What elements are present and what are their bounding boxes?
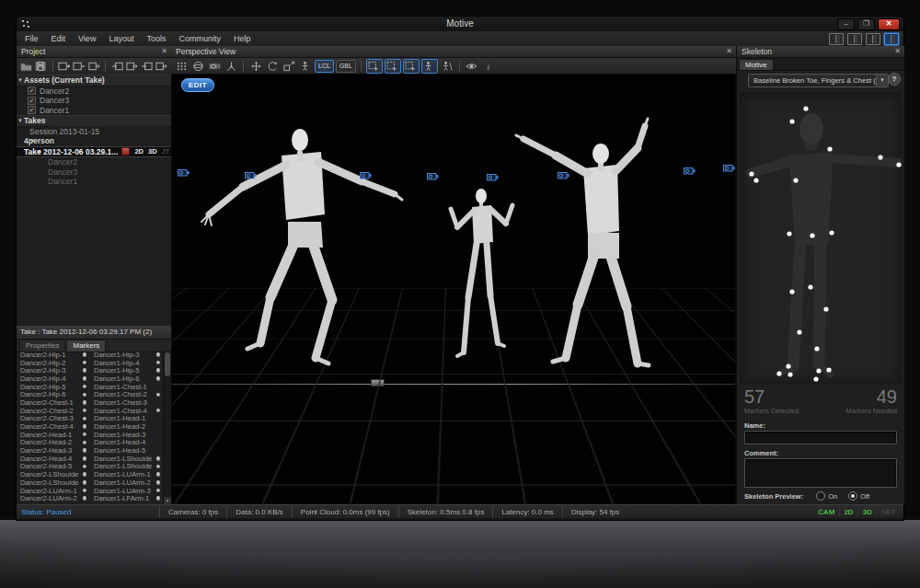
layout-perspective-view-icon[interactable] (884, 33, 899, 45)
marker-row[interactable]: Dancer2-LUArm-1Dancer1-LUArm-3 (17, 487, 164, 495)
close-button[interactable]: ✕ (878, 18, 900, 30)
marker-row[interactable]: Dancer2-Head-4Dancer1-LShoulde... (17, 455, 164, 463)
layout-camera-view-icon[interactable] (829, 33, 844, 45)
asset-item[interactable]: ✓Dancer2 (17, 86, 171, 97)
skeleton-template-dropdown[interactable]: Baseline Broken Toe, Fingers & Chest (49… (748, 74, 889, 87)
save-icon[interactable] (34, 60, 47, 73)
open-folder-icon[interactable] (19, 60, 32, 73)
tree-takes-header[interactable]: ▼Takes (17, 115, 171, 127)
tree-expand-icon[interactable]: ▼ (17, 75, 24, 86)
tree-assets-header[interactable]: ▼Assets (Current Take) (17, 75, 171, 86)
export-assets-icon[interactable] (125, 60, 138, 73)
mode-3d[interactable]: 3D (859, 508, 876, 516)
marker-row[interactable]: Dancer2-Hip-1Dancer1-Hip-3 (17, 351, 164, 359)
take-child-item[interactable]: Dancer1 (17, 177, 171, 187)
sphere-view-icon[interactable] (190, 60, 205, 73)
marker-row[interactable]: Dancer2-Hip-2Dancer1-Hip-4 (17, 359, 164, 367)
menu-tools[interactable]: Tools (140, 31, 172, 46)
camera-view-icon[interactable] (207, 60, 222, 73)
marker-row[interactable]: Dancer2-Chest-1Dancer1-Chest-3 (17, 398, 164, 407)
edit-button[interactable]: EDIT (181, 78, 214, 92)
menu-layout[interactable]: Layout (102, 31, 140, 46)
asset-item[interactable]: ✓Dancer1 (17, 106, 171, 116)
select-skeleton-icon[interactable] (298, 60, 313, 73)
selected-take-item[interactable]: ▼Take 2012-12-06 03.29.1...2D3DJT (17, 146, 171, 158)
marker-row[interactable]: Dancer2-Head-2Dancer1-Head-4 (17, 439, 164, 447)
take-child-item[interactable]: Dancer2 (17, 157, 171, 167)
camera-marker-icon[interactable] (245, 167, 257, 175)
checkbox-icon[interactable]: ✓ (28, 97, 36, 105)
select-add-mode-icon[interactable] (385, 59, 401, 74)
deselect-mode-icon[interactable] (440, 60, 454, 73)
take-child-item[interactable]: Dancer3 (17, 167, 171, 178)
minimize-button[interactable]: – (837, 18, 855, 30)
session-item[interactable]: Session 2013-01-15 (17, 127, 171, 137)
skeleton-close-icon[interactable]: ✕ (894, 46, 901, 57)
gbl-button[interactable]: GBL (336, 60, 356, 73)
menu-file[interactable]: File (18, 31, 45, 46)
scrollbar-thumb[interactable] (165, 352, 170, 376)
name-input[interactable] (744, 431, 897, 444)
marker-row[interactable]: Dancer2-Hip-3Dancer1-Hip-5 (17, 366, 164, 375)
marker-row[interactable]: Dancer2-LShoulde...Dancer1-LUArm-1 (17, 470, 164, 478)
checkbox-icon[interactable]: ✓ (28, 86, 36, 95)
lcl-button[interactable]: LCL (315, 60, 334, 73)
marker-row[interactable]: Dancer2-Chest-3Dancer1-Head-1 (17, 415, 164, 423)
select-mode-icon[interactable] (366, 59, 383, 74)
marker-row[interactable]: Dancer2-Hip-5Dancer1-Chest-1 (17, 383, 164, 391)
take-group-item[interactable]: ▼4person (17, 136, 171, 146)
marker-row[interactable]: Dancer2-Head-3Dancer1-Head-5 (17, 446, 164, 455)
tree-expand-icon[interactable]: ▼ (17, 116, 24, 126)
status-paused[interactable]: Status: Paused (17, 508, 159, 516)
chevron-down-icon[interactable]: ▼ (876, 75, 888, 86)
viewport-3d[interactable]: EDIT (171, 74, 736, 504)
checkbox-icon[interactable]: ✓ (28, 106, 36, 114)
layout-mixed-view-icon[interactable] (866, 33, 880, 45)
menu-help[interactable]: Help (227, 31, 258, 46)
translate-tool-icon[interactable] (248, 60, 263, 73)
project-close-icon[interactable]: ✕ (161, 46, 167, 57)
export-profile-icon[interactable] (155, 60, 168, 73)
camera-marker-icon[interactable] (723, 159, 735, 167)
comment-input[interactable] (744, 458, 897, 488)
layout-split-view-icon[interactable] (847, 33, 862, 45)
camera-marker-icon[interactable] (487, 168, 499, 177)
visibility-icon[interactable] (465, 60, 479, 73)
menu-edit[interactable]: Edit (45, 31, 73, 46)
radio-on[interactable] (816, 491, 825, 501)
marker-row[interactable]: Dancer2-Hip-4Dancer1-Hip-6 (17, 375, 164, 383)
marker-row[interactable]: Dancer2-LUArm-2Dancer1-LFArm-1 (17, 494, 164, 502)
remove-take-icon[interactable] (73, 60, 86, 73)
select-skeleton-mode-icon[interactable] (421, 59, 438, 74)
tab-motive[interactable]: Motive (739, 59, 774, 70)
tree-expand-icon[interactable]: ▼ (17, 136, 24, 146)
gimbal-icon[interactable] (224, 60, 238, 73)
menu-community[interactable]: Community (172, 31, 227, 46)
mode-2d[interactable]: 2D (840, 508, 857, 516)
camera-marker-icon[interactable] (360, 167, 372, 175)
move-take-icon[interactable] (87, 60, 100, 73)
camera-marker-icon[interactable] (427, 167, 439, 176)
marker-row[interactable]: Dancer2-Head-5Dancer1-LShoulde... (17, 463, 164, 471)
menu-view[interactable]: View (72, 31, 102, 46)
camera-marker-icon[interactable] (178, 164, 190, 172)
marker-row[interactable]: Dancer2-Hip-6Dancer1-Chest-2 (17, 390, 164, 398)
scroll-down-icon[interactable]: ▼ (164, 497, 171, 504)
maximize-button[interactable]: ❐ (857, 18, 875, 30)
tree-expand-icon[interactable]: ▼ (17, 147, 24, 157)
grid-view-icon[interactable] (174, 60, 189, 73)
info-icon[interactable]: i (481, 60, 496, 73)
camera-marker-icon[interactable] (558, 167, 569, 175)
new-take-icon[interactable] (57, 60, 70, 73)
marker-row[interactable]: Dancer2-Head-1Dancer1-Head-3 (17, 431, 164, 439)
marker-row[interactable]: Dancer2-LShoulde...Dancer1-LUArm-2 (17, 478, 164, 487)
marker-row[interactable]: Dancer2-Chest-4Dancer1-Head-2 (17, 422, 164, 431)
perspective-view-close-icon[interactable]: ✕ (726, 46, 732, 57)
rotate-tool-icon[interactable] (265, 60, 280, 73)
help-icon[interactable]: ? (888, 73, 901, 86)
scale-tool-icon[interactable] (282, 60, 296, 73)
mode-net[interactable]: NET (878, 508, 900, 516)
marker-list-scrollbar[interactable]: ▼ (163, 351, 171, 504)
import-profile-icon[interactable] (141, 60, 154, 73)
radio-off[interactable] (848, 491, 857, 501)
